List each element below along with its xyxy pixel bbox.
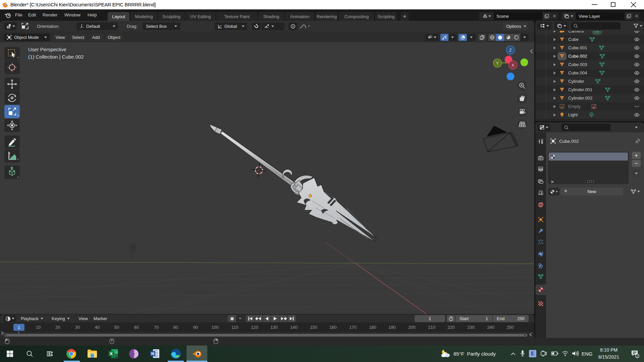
svg-text:Z: Z — [509, 48, 512, 53]
svg-text:X: X — [512, 63, 515, 68]
svg-text:2: 2 — [636, 354, 638, 358]
svg-text:Y: Y — [496, 61, 499, 66]
